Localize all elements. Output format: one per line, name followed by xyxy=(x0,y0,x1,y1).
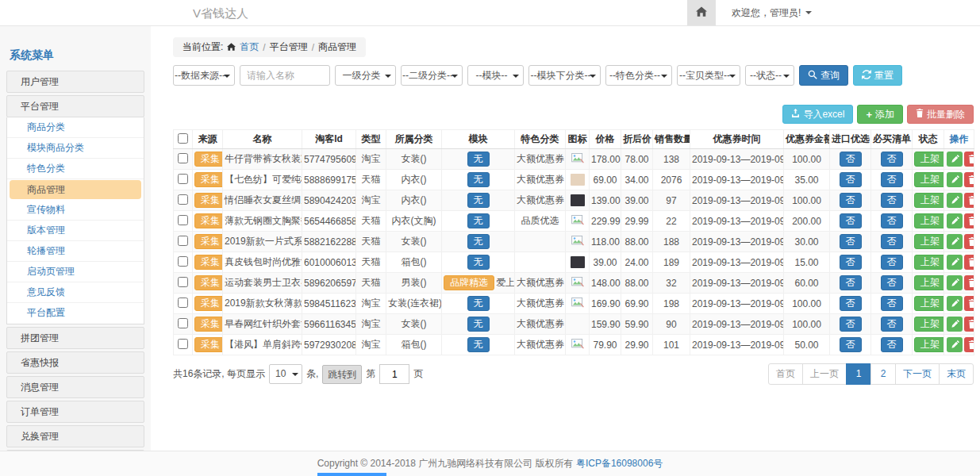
edit-button[interactable] xyxy=(947,317,963,332)
home-button[interactable] xyxy=(687,0,716,25)
module-select[interactable]: --模块-- xyxy=(467,65,524,86)
import-select-badge[interactable]: 否 xyxy=(840,296,862,311)
icp-link[interactable]: 粤ICP备16098006号 xyxy=(576,458,663,469)
import-excel-button[interactable]: 导入excel xyxy=(782,105,853,124)
add-button[interactable]: + 添加 xyxy=(857,105,903,124)
feature-category-select[interactable]: --特色分类-- xyxy=(605,65,672,86)
reset-button[interactable]: 重置 xyxy=(853,65,902,86)
edit-button[interactable] xyxy=(947,234,963,249)
sidebar-item[interactable]: 意见反馈 xyxy=(7,282,144,303)
import-select-badge[interactable]: 否 xyxy=(840,337,862,352)
batch-delete-button[interactable]: 批量删除 xyxy=(907,105,974,124)
row-checkbox[interactable] xyxy=(178,153,188,163)
status-badge[interactable]: 上架 xyxy=(914,193,944,208)
sidebar-item[interactable]: 启动页管理 xyxy=(7,262,144,282)
select-all-checkbox[interactable] xyxy=(178,133,188,144)
pager-item[interactable]: 2 xyxy=(870,363,896,385)
row-checkbox[interactable] xyxy=(178,318,188,328)
module-sub-category-select[interactable]: --模块下分类-- xyxy=(528,65,601,86)
sidebar-item-active[interactable]: 商品管理 xyxy=(10,180,141,199)
delete-button[interactable] xyxy=(964,213,974,228)
page-number-input[interactable] xyxy=(379,364,409,384)
import-select-badge[interactable]: 否 xyxy=(840,234,862,249)
edit-button[interactable] xyxy=(947,337,963,352)
import-select-badge[interactable]: 否 xyxy=(840,213,862,228)
status-badge[interactable]: 上架 xyxy=(914,234,944,249)
import-select-badge[interactable]: 否 xyxy=(840,317,862,332)
jump-button[interactable]: 跳转到 xyxy=(322,365,362,384)
row-checkbox[interactable] xyxy=(178,236,188,246)
status-select[interactable]: --状态-- xyxy=(745,65,794,86)
sidebar-group[interactable]: 用户管理 xyxy=(6,71,144,93)
first-category-select[interactable]: 一级分类 xyxy=(335,65,396,86)
delete-button[interactable] xyxy=(964,275,974,290)
edit-button[interactable] xyxy=(947,152,963,167)
row-checkbox[interactable] xyxy=(178,256,188,267)
data-source-select[interactable]: --数据来源-- xyxy=(173,65,235,86)
per-page-select[interactable]: 10 xyxy=(269,364,302,384)
sidebar-item[interactable]: 轮播管理 xyxy=(7,241,144,262)
pager-item[interactable]: 下一页 xyxy=(895,363,940,385)
breadcrumb-item[interactable]: 平台管理 xyxy=(270,40,308,54)
module-badge[interactable]: 无 xyxy=(467,213,490,228)
search-button[interactable]: 查询 xyxy=(799,65,848,86)
module-badge[interactable]: 无 xyxy=(467,296,490,311)
status-badge[interactable]: 上架 xyxy=(914,296,944,311)
breadcrumb-home-link[interactable]: 首页 xyxy=(240,40,259,54)
delete-button[interactable] xyxy=(964,317,974,332)
import-select-badge[interactable]: 否 xyxy=(840,275,862,290)
must-buy-badge[interactable]: 否 xyxy=(881,152,903,167)
sidebar-group[interactable]: 订单管理 xyxy=(6,401,144,423)
delete-button[interactable] xyxy=(964,152,974,167)
edit-button[interactable] xyxy=(947,193,963,208)
delete-button[interactable] xyxy=(964,255,974,270)
edit-button[interactable] xyxy=(947,172,963,187)
sidebar-item[interactable]: 特色分类 xyxy=(7,159,144,179)
import-select-badge[interactable]: 否 xyxy=(840,152,862,167)
pager-page-active[interactable]: 1 xyxy=(846,363,871,385)
delete-button[interactable] xyxy=(964,296,974,311)
must-buy-badge[interactable]: 否 xyxy=(881,317,903,332)
import-select-badge[interactable]: 否 xyxy=(840,172,862,187)
import-select-badge[interactable]: 否 xyxy=(840,255,862,270)
sidebar-item[interactable]: 版本管理 xyxy=(7,221,144,241)
module-badge[interactable]: 无 xyxy=(467,172,490,187)
sidebar-group[interactable]: 消息管理 xyxy=(6,376,144,398)
module-badge[interactable]: 品牌精选 xyxy=(444,275,494,290)
must-buy-badge[interactable]: 否 xyxy=(881,275,903,290)
sidebar-group[interactable]: 拼团管理 xyxy=(6,327,144,349)
module-badge[interactable]: 无 xyxy=(467,317,490,332)
module-badge[interactable]: 无 xyxy=(467,234,490,249)
sidebar-item[interactable]: 平台配置 xyxy=(7,303,144,324)
module-badge[interactable]: 无 xyxy=(467,193,490,208)
delete-button[interactable] xyxy=(964,172,974,187)
module-badge[interactable]: 无 xyxy=(467,337,490,352)
edit-button[interactable] xyxy=(947,255,963,270)
status-badge[interactable]: 上架 xyxy=(914,172,944,187)
pager-item[interactable]: 末页 xyxy=(939,363,974,385)
pager-item[interactable]: 首页 xyxy=(768,363,803,385)
status-badge[interactable]: 上架 xyxy=(914,317,944,332)
must-buy-badge[interactable]: 否 xyxy=(881,234,903,249)
horizontal-scrollbar-thumb[interactable] xyxy=(317,473,386,476)
must-buy-badge[interactable]: 否 xyxy=(881,337,903,352)
sidebar-item[interactable]: 宣传物料 xyxy=(7,200,144,221)
must-buy-badge[interactable]: 否 xyxy=(881,193,903,208)
user-menu[interactable]: 欢迎您，管理员! xyxy=(732,6,812,20)
status-badge[interactable]: 上架 xyxy=(914,152,944,167)
must-buy-badge[interactable]: 否 xyxy=(881,213,903,228)
row-checkbox[interactable] xyxy=(178,298,188,308)
module-badge[interactable]: 无 xyxy=(467,255,490,270)
edit-button[interactable] xyxy=(947,213,963,228)
must-buy-badge[interactable]: 否 xyxy=(881,255,903,270)
import-select-badge[interactable]: 否 xyxy=(840,193,862,208)
edit-button[interactable] xyxy=(947,296,963,311)
must-buy-badge[interactable]: 否 xyxy=(881,172,903,187)
sidebar-item[interactable]: 模块商品分类 xyxy=(7,138,144,159)
row-checkbox[interactable] xyxy=(178,174,188,184)
sidebar-group[interactable]: 省惠快报 xyxy=(6,351,144,374)
row-checkbox[interactable] xyxy=(178,215,188,225)
sidebar-group[interactable]: 平台管理 xyxy=(6,95,144,117)
status-badge[interactable]: 上架 xyxy=(914,275,944,290)
row-checkbox[interactable] xyxy=(178,339,188,349)
